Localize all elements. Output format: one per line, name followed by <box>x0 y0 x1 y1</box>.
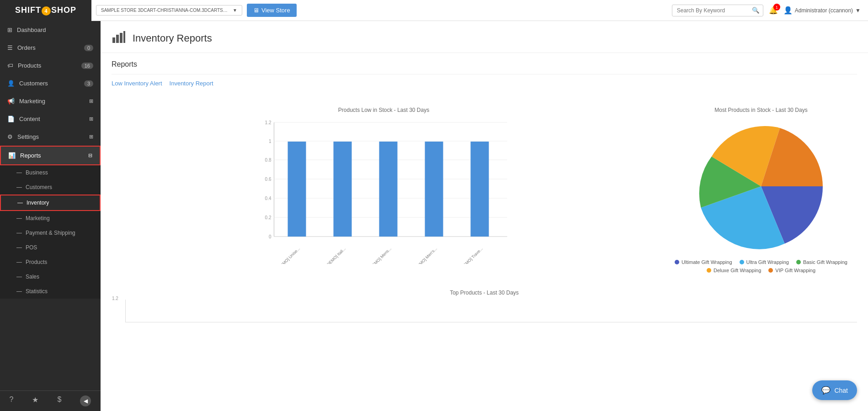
legend-dot-vip <box>768 268 773 273</box>
store-name: SAMPLE STORE 3DCART-CHRISTIANNA-COM.3DCA… <box>101 8 230 13</box>
dashboard-icon: ⊞ <box>7 26 12 33</box>
legend-dot-basic <box>796 260 801 264</box>
pie-chart-wrap: Ultimate Gift Wrapping Ultra Gift Wrappi… <box>665 118 857 273</box>
sidebar-sub-item-payment-shipping[interactable]: — Payment & Shipping <box>0 226 101 240</box>
svg-text:0.6: 0.6 <box>265 177 272 182</box>
sidebar-sub-item-business[interactable]: — Business <box>0 165 101 180</box>
monitor-icon: 🖥 <box>253 7 259 14</box>
sidebar-sub-item-inventory[interactable]: — Inventory <box>0 195 101 211</box>
marketing-expand-icon: ⊞ <box>89 98 93 104</box>
marketing-icon: 📢 <box>7 98 15 105</box>
sub-dash-sales: — <box>16 274 22 280</box>
svg-text:1: 1 <box>269 139 272 144</box>
sidebar-sub-item-statistics[interactable]: — Statistics <box>0 284 101 299</box>
search-input[interactable] <box>672 5 763 16</box>
pie-chart-container: Most Products in Stock - Last 30 Days <box>665 107 857 280</box>
low-inventory-alert-link[interactable]: Low Inventory Alert <box>112 80 162 87</box>
chat-icon: 💬 <box>821 386 831 395</box>
logo-4: 4 <box>42 6 51 16</box>
logo-text: SHIFT4SHOP <box>15 5 76 16</box>
chat-label: Chat <box>834 387 848 394</box>
bar-chart-svg: 0 0.2 0.4 0.6 0.8 1 1.2 [DEMO] Unise... … <box>112 118 656 264</box>
reports-expand-icon: ⊟ <box>88 153 92 158</box>
report-links: Low Inventory Alert Inventory Report <box>112 80 857 87</box>
legend-dot-ultra <box>740 260 744 264</box>
content-header: Inventory Reports <box>101 21 868 53</box>
sidebar-item-orders[interactable]: ☰ Orders 0 <box>0 39 101 57</box>
settings-expand-icon: ⊞ <box>89 134 93 140</box>
sidebar-sub-item-sales[interactable]: — Sales <box>0 269 101 284</box>
customers-icon: 👤 <box>7 80 15 87</box>
help-icon[interactable]: ? <box>10 395 14 406</box>
legend-item-vip: VIP Gift Wrapping <box>768 268 815 273</box>
svg-text:0.8: 0.8 <box>265 158 272 163</box>
svg-rect-26 <box>425 142 443 237</box>
sidebar-sub-label-products: Products <box>26 259 47 265</box>
sub-dash-inventory: — <box>17 200 23 206</box>
sidebar-sub-label-payment-shipping: Payment & Shipping <box>26 230 75 236</box>
svg-text:0: 0 <box>269 234 272 239</box>
favorites-icon[interactable]: ★ <box>32 395 38 406</box>
svg-rect-28 <box>471 142 489 237</box>
sidebar-sub-item-pos[interactable]: — POS <box>0 240 101 255</box>
svg-text:1.2: 1.2 <box>265 120 272 125</box>
view-store-button[interactable]: 🖥 View Store <box>247 4 297 17</box>
admin-icon: 👤 <box>783 6 793 15</box>
sidebar-item-marketing[interactable]: 📢 Marketing ⊞ <box>0 92 101 110</box>
sidebar-sub-label-customers: Customers <box>26 184 52 190</box>
sidebar-sub-item-products[interactable]: — Products <box>0 255 101 269</box>
reports-icon: 📊 <box>8 152 16 159</box>
sidebar-sub-label-statistics: Statistics <box>26 288 48 295</box>
store-selector[interactable]: SAMPLE STORE 3DCART-CHRISTIANNA-COM.3DCA… <box>96 5 242 16</box>
svg-rect-20 <box>288 142 306 237</box>
admin-info[interactable]: 👤 Administrator (ccannon) ▼ <box>783 6 861 15</box>
customers-badge: 3 <box>84 80 93 87</box>
charts-row: Products Low in Stock - Last 30 Days 0 <box>101 102 868 285</box>
sidebar-item-label-customers: Customers <box>19 80 48 87</box>
page-title: Inventory Reports <box>133 32 212 44</box>
sidebar-sub-menu: — Business — Customers — Inventory — Mar… <box>0 165 101 299</box>
sub-dash-marketing: — <box>16 215 22 221</box>
topnav-right: 🔍 🔔 1 👤 Administrator (ccannon) ▼ <box>672 5 861 16</box>
admin-name: Administrator (ccannon) <box>795 7 853 14</box>
svg-rect-3 <box>123 31 125 43</box>
svg-text:[DEMO] Itali...: [DEMO] Itali... <box>325 246 346 264</box>
svg-rect-24 <box>379 142 398 237</box>
sub-dash-statistics: — <box>16 288 22 295</box>
notification-bell[interactable]: 🔔 1 <box>769 6 778 15</box>
sidebar-sub-item-customers[interactable]: — Customers <box>0 180 101 195</box>
sidebar-item-customers[interactable]: 👤 Customers 3 <box>0 74 101 92</box>
reports-section-title: Reports <box>112 60 857 68</box>
sidebar-sub-item-marketing[interactable]: — Marketing <box>0 211 101 226</box>
legend-item-ultra: Ultra Gift Wrapping <box>740 259 789 265</box>
bar-chart-container: Products Low in Stock - Last 30 Days 0 <box>112 107 656 280</box>
billing-icon[interactable]: $ <box>58 395 62 406</box>
sidebar-item-content[interactable]: 📄 Content ⊞ <box>0 110 101 128</box>
sidebar-sub-label-business: Business <box>26 169 48 176</box>
bottom-chart-y-label: 1.2 <box>112 296 118 301</box>
svg-rect-1 <box>116 35 119 43</box>
legend-dot-ultimate <box>675 260 679 264</box>
content-area: Inventory Reports Reports Low Inventory … <box>101 21 868 411</box>
inventory-report-link[interactable]: Inventory Report <box>170 80 213 87</box>
legend-item-ultimate: Ultimate Gift Wrapping <box>675 259 732 265</box>
sub-dash-customers: — <box>16 184 22 190</box>
sidebar-item-label-marketing: Marketing <box>19 98 45 105</box>
legend-label-deluxe: Deluxe Gift Wrapping <box>714 268 761 273</box>
sidebar-item-reports[interactable]: 📊 Reports ⊟ <box>0 146 101 165</box>
sub-dash-payment-shipping: — <box>16 230 22 236</box>
sub-dash-products: — <box>16 259 22 265</box>
sidebar-item-dashboard[interactable]: ⊞ Dashboard <box>0 21 101 39</box>
pie-legend: Ultimate Gift Wrapping Ultra Gift Wrappi… <box>665 259 857 273</box>
search-button[interactable]: 🔍 <box>752 7 760 14</box>
collapse-sidebar-icon[interactable]: ◀ <box>80 395 91 406</box>
sidebar-item-label-content: Content <box>19 116 40 122</box>
sidebar-item-products[interactable]: 🏷 Products 16 <box>0 57 101 74</box>
chat-button[interactable]: 💬 Chat <box>812 380 857 400</box>
content-icon: 📄 <box>7 116 15 122</box>
sidebar-item-label-orders: Orders <box>17 44 36 51</box>
sidebar-item-settings[interactable]: ⚙ Settings ⊞ <box>0 128 101 146</box>
search-wrapper: 🔍 <box>672 5 763 16</box>
orders-icon: ☰ <box>7 44 13 51</box>
orders-badge: 0 <box>84 45 93 51</box>
